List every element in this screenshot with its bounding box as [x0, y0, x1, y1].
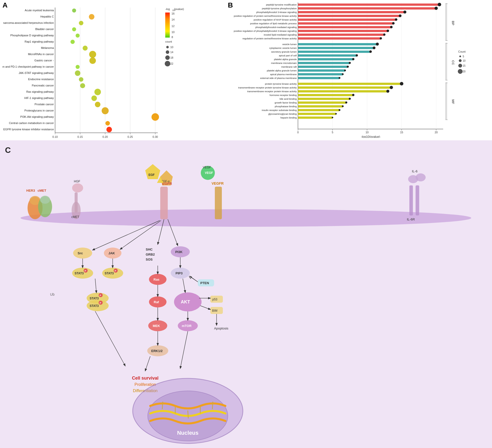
svg-point-52	[91, 95, 97, 101]
top-row: A Acute myeloid leukemia H	[0, 0, 492, 140]
svg-text:0.15: 0.15	[77, 135, 83, 138]
svg-rect-154	[298, 77, 340, 79]
svg-point-202	[458, 69, 462, 74]
svg-rect-142	[298, 62, 350, 64]
svg-text:15: 15	[400, 131, 403, 134]
svg-point-115	[387, 30, 389, 32]
svg-text:MicroRNAs in cancer: MicroRNAs in cancer	[28, 53, 54, 56]
svg-point-171	[352, 94, 355, 96]
svg-rect-161	[298, 83, 402, 85]
svg-rect-130	[298, 47, 374, 49]
svg-text:Central carbon metabolism in c: Central carbon metabolism in cancer	[9, 122, 54, 125]
svg-text:20: 20	[463, 70, 466, 73]
svg-text:STAT3: STAT3	[90, 304, 99, 308]
svg-text:Nucleus: Nucleus	[177, 430, 199, 436]
svg-point-146	[347, 66, 349, 68]
svg-text:-log10(pvalue): -log10(pvalue)	[361, 135, 380, 138]
svg-text:GRB2: GRB2	[146, 253, 155, 256]
svg-text:secretory granule lumen: secretory granule lumen	[271, 50, 297, 53]
svg-text:14: 14	[172, 18, 175, 21]
svg-point-198	[459, 59, 461, 62]
svg-text:cMET: cMET	[38, 189, 46, 192]
svg-text:platelet alpha granule: platelet alpha granule	[274, 58, 297, 61]
svg-point-186	[335, 113, 337, 115]
svg-rect-191	[446, 83, 447, 120]
svg-text:5: 5	[463, 55, 464, 58]
svg-point-47	[76, 65, 80, 69]
svg-text:count: count	[165, 40, 172, 43]
svg-point-149	[344, 70, 346, 71]
svg-text:apical plasma membrane: apical plasma membrane	[270, 73, 297, 76]
svg-point-121	[380, 37, 382, 40]
svg-text:VEGF: VEGF	[205, 171, 213, 175]
svg-text:p53: p53	[212, 298, 217, 301]
svg-text:16: 16	[172, 12, 175, 15]
svg-text:0.20: 0.20	[102, 135, 108, 138]
svg-point-55	[151, 113, 159, 121]
svg-point-140	[352, 58, 355, 60]
svg-rect-179	[298, 105, 343, 107]
svg-text:peptidyl-tyrosine modification: peptidyl-tyrosine modification	[266, 3, 297, 6]
svg-point-39	[89, 14, 94, 20]
svg-text:phosphatase binding: phosphatase binding	[275, 105, 297, 108]
svg-text:SHC: SHC	[146, 248, 153, 251]
svg-point-189	[332, 117, 333, 118]
svg-point-137	[356, 54, 358, 57]
svg-point-174	[349, 98, 351, 100]
svg-text:Src: Src	[78, 251, 83, 255]
svg-point-183	[339, 109, 341, 111]
svg-text:transmembrane receptor protein: transmembrane receptor protein kinase ac…	[247, 90, 297, 93]
svg-text:positive regulation of lipid m: positive regulation of lipid metabolic p…	[250, 22, 297, 25]
svg-rect-120	[298, 37, 381, 40]
svg-rect-221	[160, 187, 168, 219]
svg-text:8: 8	[172, 36, 173, 39]
svg-text:0.30: 0.30	[152, 135, 158, 138]
svg-rect-111	[298, 26, 391, 28]
svg-point-168	[386, 90, 389, 93]
svg-text:14: 14	[170, 51, 173, 54]
svg-text:Proteoglycans in cancer: Proteoglycans in cancer	[25, 109, 54, 112]
svg-rect-233	[416, 185, 419, 215]
svg-text:inositol lipid-mediated signal: inositol lipid-mediated signaling	[264, 33, 297, 36]
svg-text:regulation of protein serine/t: regulation of protein serine/threonine k…	[242, 37, 297, 40]
svg-text:heparin binding: heparin binding	[280, 116, 297, 119]
svg-rect-159	[446, 80, 448, 80]
svg-text:Ub: Ub	[50, 292, 55, 296]
svg-point-94	[438, 3, 441, 6]
svg-text:15: 15	[463, 64, 466, 67]
svg-text:Melanoma: Melanoma	[41, 46, 54, 49]
svg-point-74	[165, 61, 170, 66]
svg-rect-125	[446, 40, 448, 41]
svg-text:ERK1/2: ERK1/2	[151, 349, 163, 353]
svg-point-112	[390, 26, 393, 28]
svg-rect-176	[298, 101, 346, 104]
svg-text:membrane raft: membrane raft	[281, 65, 297, 68]
svg-rect-124	[446, 4, 448, 4]
svg-rect-182	[298, 109, 340, 111]
svg-text:HGF: HGF	[74, 180, 80, 183]
svg-point-54	[102, 107, 109, 114]
svg-text:positive regulation of MAP kin: positive regulation of MAP kinase activi…	[254, 18, 297, 21]
panel-b-svg: 0 5 10 15 20 -log10(pvalue)	[228, 3, 491, 138]
svg-text:5: 5	[332, 131, 333, 134]
svg-text:STAT3: STAT3	[105, 272, 114, 275]
svg-text:Acute myeloid leukemia: Acute myeloid leukemia	[25, 9, 54, 12]
svg-point-118	[383, 34, 386, 36]
svg-text:PIP3: PIP3	[176, 271, 183, 275]
svg-point-109	[392, 22, 395, 25]
svg-rect-167	[298, 90, 388, 92]
svg-text:vesicle lumen: vesicle lumen	[282, 43, 297, 46]
svg-text:Bladder cancer: Bladder cancer	[35, 28, 54, 31]
svg-point-103	[399, 15, 402, 17]
svg-line-313	[212, 402, 213, 409]
svg-rect-193	[446, 120, 448, 120]
svg-rect-185	[298, 113, 336, 115]
svg-point-38	[72, 9, 76, 13]
svg-text:0.10: 0.10	[52, 135, 58, 138]
svg-text:Cell survival: Cell survival	[132, 376, 158, 381]
panel-c-svg: C HER3 cMET HGF cMET EGF TGF-α	[0, 140, 492, 448]
svg-point-209	[40, 196, 50, 204]
svg-text:glycosaminoglycan binding: glycosaminoglycan binding	[268, 113, 297, 115]
svg-rect-96	[298, 7, 436, 10]
panel-b: B 0 5 10 15 20	[225, 0, 492, 140]
